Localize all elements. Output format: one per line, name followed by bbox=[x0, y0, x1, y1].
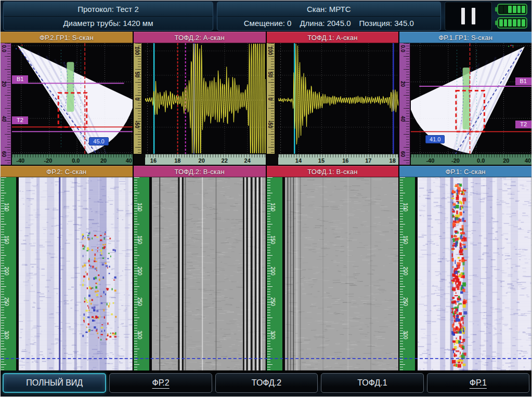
time-ruler: 14 15 16 17 18 bbox=[278, 154, 399, 165]
scan-grid: ФР.2.ГР1: S-скан 0.0 20 40 60 B1 T2 45.0… bbox=[1, 32, 531, 370]
panel-fr1-gr1-s-scan: ФР.1.ГР1: S-скан 0.0 20 40 60 B1 T2 41.0… bbox=[399, 32, 531, 165]
length-label: Длина: 2045.0 bbox=[300, 19, 351, 28]
b-scan-image[interactable] bbox=[152, 177, 266, 370]
depth-ruler: 0.0 20 40 60 bbox=[399, 43, 411, 165]
x-ruler: -40 -20 0.0 20 40 bbox=[411, 154, 531, 165]
time-ruler: 16 18 20 22 24 bbox=[145, 154, 266, 165]
a-scan-plot[interactable] bbox=[145, 43, 266, 154]
panel-title-tofd2-b[interactable]: ТОФД.2: B-скан bbox=[134, 166, 266, 177]
a-scan-waveform bbox=[278, 43, 399, 154]
s-scan-plot[interactable]: B1 T2 41.0 bbox=[411, 43, 531, 154]
pipe-diameter-label: Диаметр трубы: 1420 мм bbox=[4, 16, 213, 31]
protocol-box[interactable]: Протокол: Тест 2 Диаметр трубы: 1420 мм bbox=[3, 2, 213, 31]
x-ruler: -40 -20 0.0 20 40 bbox=[12, 154, 133, 165]
view-tab-bar: ПОЛНЫЙ ВИД ФР.2 ТОФД.2 ТОФД.1 ФР.1 bbox=[1, 370, 531, 396]
panel-title-fr2-c[interactable]: ФР.2: C-скан bbox=[1, 166, 133, 177]
panel-title-fr2-s[interactable]: ФР.2.ГР1: S-скан bbox=[1, 32, 133, 43]
battery-icon-1 bbox=[497, 4, 527, 15]
panel-tofd2-b-scan: ТОФД.2: B-скан 100 150 200 250 300 bbox=[134, 166, 266, 370]
scan-metrics-row: Смещение: 0 Длина: 2045.0 Позиция: 345.0 bbox=[217, 16, 440, 31]
pause-icon bbox=[461, 8, 465, 24]
scan-label: Скан: МРТС bbox=[217, 2, 440, 16]
s-scan-plot[interactable]: B1 T2 45.0 bbox=[12, 43, 133, 154]
protocol-label: Протокол: Тест 2 bbox=[4, 2, 213, 16]
panel-tofd1-a-scan: ТОФД.1: А-скан 100 50 0 -50 14 15 16 17 bbox=[267, 32, 399, 165]
b-scan-image[interactable] bbox=[285, 177, 399, 370]
gate-t2-label[interactable]: T2 bbox=[515, 121, 531, 128]
tab-full-view[interactable]: ПОЛНЫЙ ВИД bbox=[3, 373, 106, 393]
angle-badge: 45.0 bbox=[89, 137, 108, 145]
pause-button[interactable] bbox=[445, 2, 492, 31]
gate-b1-label[interactable]: B1 bbox=[515, 77, 531, 85]
angle-badge: 41.0 bbox=[425, 135, 445, 143]
panel-title-fr1-s[interactable]: ФР.1.ГР1: S-скан bbox=[399, 32, 531, 43]
device-screen: Протокол: Тест 2 Диаметр трубы: 1420 мм … bbox=[0, 0, 532, 397]
top-bar: Протокол: Тест 2 Диаметр трубы: 1420 мм … bbox=[1, 1, 531, 32]
position-cursor-line[interactable] bbox=[1, 358, 531, 359]
panel-tofd1-b-scan: ТОФД.1: B-скан 100 150 200 250 300 bbox=[267, 166, 399, 370]
c-scan-image[interactable] bbox=[418, 177, 531, 370]
scan-position-ruler: 100 150 200 250 300 bbox=[134, 177, 149, 370]
amplitude-ruler: 100 50 0 -50 bbox=[134, 43, 145, 154]
amplitude-ruler: 100 50 0 -50 bbox=[267, 43, 278, 154]
a-scan-plot[interactable] bbox=[278, 43, 399, 154]
tab-fr1[interactable]: ФР.1 bbox=[427, 373, 529, 393]
c-scan-image[interactable] bbox=[19, 177, 133, 370]
scan-box[interactable]: Скан: МРТС Смещение: 0 Длина: 2045.0 Поз… bbox=[217, 2, 441, 31]
tab-tofd1[interactable]: ТОФД.1 bbox=[321, 373, 423, 393]
s-scan-image bbox=[12, 43, 133, 154]
panel-fr2-gr1-s-scan: ФР.2.ГР1: S-скан 0.0 20 40 60 B1 T2 45.0… bbox=[1, 32, 133, 165]
panel-fr2-c-scan: ФР.2: C-скан 100 150 200 250 300 bbox=[1, 166, 133, 370]
depth-ruler: 0.0 20 40 60 bbox=[1, 43, 12, 165]
tab-tofd2[interactable]: ТОФД.2 bbox=[215, 373, 318, 393]
panel-tofd2-a-scan: ТОФД.2: А-скан 100 50 0 -50 16 18 20 22 bbox=[134, 32, 266, 165]
gate-t2-label[interactable]: T2 bbox=[12, 116, 28, 124]
panel-title-tofd2-a[interactable]: ТОФД.2: А-скан bbox=[134, 32, 266, 43]
scan-position-ruler: 100 150 200 250 300 bbox=[1, 177, 16, 370]
panel-title-fr1-c[interactable]: ФР.1: C-скан bbox=[399, 166, 531, 177]
pause-icon bbox=[472, 8, 475, 24]
tab-fr2[interactable]: ФР.2 bbox=[109, 373, 212, 393]
panel-fr1-c-scan: ФР.1: C-скан 100 150 200 250 300 bbox=[399, 166, 531, 370]
panel-title-tofd1-a[interactable]: ТОФД.1: А-скан bbox=[267, 32, 399, 43]
scan-position-ruler: 100 150 200 250 300 bbox=[267, 177, 282, 370]
offset-label: Смещение: 0 bbox=[244, 19, 292, 28]
gate-b1-label[interactable]: B1 bbox=[12, 75, 28, 83]
a-scan-waveform bbox=[145, 43, 266, 154]
panel-title-tofd1-b[interactable]: ТОФД.1: B-скан bbox=[267, 166, 399, 177]
scan-position-ruler: 100 150 200 250 300 bbox=[399, 177, 415, 370]
battery-icon-2 bbox=[497, 17, 527, 29]
position-label: Позиция: 345.0 bbox=[359, 19, 414, 28]
battery-indicators bbox=[496, 2, 529, 31]
